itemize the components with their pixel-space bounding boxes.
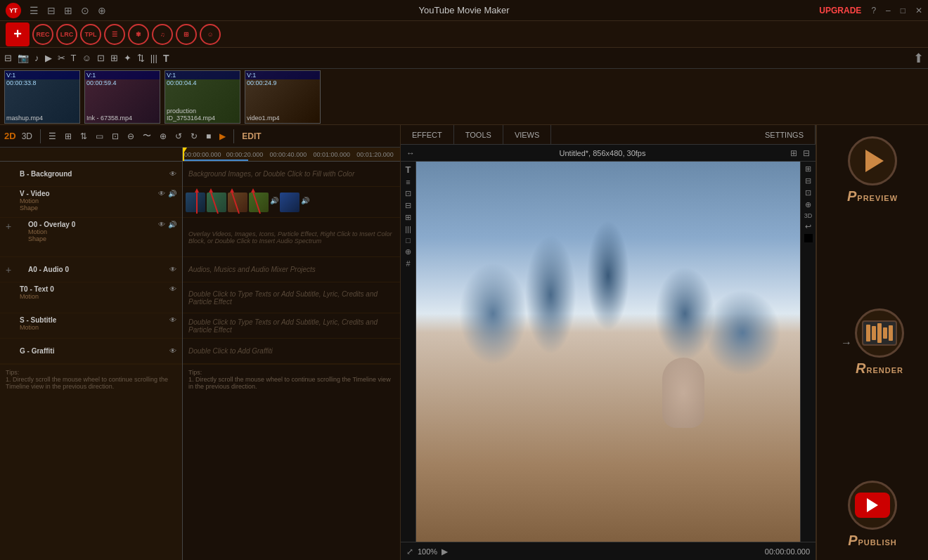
media-film-icon[interactable]: ▶ [45, 53, 52, 63]
preview-grid-icon[interactable]: ⊞ [790, 148, 797, 158]
tl-redo-icon[interactable]: ↻ [188, 130, 200, 143]
track-content-background[interactable]: Background Images, or Double Click to Fi… [183, 162, 400, 187]
media-clip-2[interactable]: V:1 00:00:59.4 Ink - 67358.mp4 [84, 70, 160, 124]
tl-play-icon[interactable]: ▶ [217, 130, 228, 143]
media-cut-icon[interactable]: ✂ [58, 53, 65, 63]
right-tool-arrow[interactable]: ↩ [805, 222, 811, 231]
mode-2d[interactable]: 2D [4, 131, 16, 141]
tl-cut-icon[interactable]: ⊡ [109, 130, 122, 143]
video-clip-2[interactable] [207, 193, 226, 212]
right-tool-3d[interactable]: 3D [804, 212, 813, 219]
media-bar-icon[interactable]: ⊡ [97, 53, 105, 63]
track-content-subtitle[interactable]: Double Click to Type Texts or Add Subtit… [183, 313, 400, 339]
track-add-audio[interactable]: + [6, 264, 17, 275]
audio-button[interactable]: ♫ [152, 24, 173, 45]
track-eye-audio[interactable]: 👁 [169, 266, 176, 273]
mode-3d[interactable]: 3D [19, 130, 35, 143]
text-tool-expand[interactable]: ⊞ [405, 213, 411, 222]
tl-grid-icon[interactable]: ⊞ [62, 130, 75, 143]
media-clip-1[interactable]: V:1 00:00:33.8 mashup.mp4 [4, 70, 80, 124]
track-eye-subtitle[interactable]: 👁 [169, 316, 176, 324]
preview-button-circle[interactable] [848, 136, 897, 185]
media-clip-3[interactable]: V:1 00:00:04.4 production ID_3753164.mp4 [165, 70, 240, 124]
track-eye-background[interactable]: 👁 [169, 170, 176, 178]
preview-crop-icon[interactable]: ⊟ [803, 148, 810, 158]
text-tool-T[interactable]: T [406, 164, 411, 175]
save-icon[interactable]: ☰ [30, 5, 39, 16]
track-eye-video[interactable]: 👁 [158, 190, 165, 197]
text-tool-box[interactable]: □ [406, 236, 411, 245]
track-add-overlay[interactable]: + [6, 221, 17, 232]
tpl-button[interactable]: TPL [80, 24, 101, 45]
tl-track-icon[interactable]: ▭ [93, 130, 106, 143]
media-music-icon[interactable]: ♪ [34, 53, 39, 63]
tl-list-icon[interactable]: ☰ [46, 130, 59, 143]
tl-undo-icon[interactable]: ↺ [172, 130, 185, 143]
media-grid-icon[interactable]: ⊞ [110, 53, 118, 63]
track-content-graffiti[interactable]: Double Click to Add Graffiti [183, 339, 400, 364]
zoom-expand-icon[interactable]: ⤢ [406, 547, 413, 556]
split-icon[interactable]: ⊞ [64, 5, 72, 16]
track-content-audio[interactable]: Audios, Musics and Audio Mixer Projects [183, 257, 400, 282]
right-tool-2[interactable]: ⊟ [805, 176, 811, 185]
text-button[interactable]: ⊞ [176, 24, 197, 45]
restore-button[interactable]: □ [901, 6, 906, 15]
minimize-button[interactable]: – [886, 6, 891, 15]
media-view-icon[interactable]: ⊟ [4, 53, 12, 63]
media-text-icon[interactable]: T [71, 53, 77, 63]
text-tool-align[interactable]: ≡ [406, 178, 410, 186]
track-eye-graffiti[interactable]: 👁 [169, 347, 176, 355]
media-clip-4[interactable]: V:1 00:00:24.9 video1.mp4 [245, 70, 321, 124]
right-tool-1[interactable]: ⊞ [805, 164, 811, 174]
text-tool-grid[interactable]: ⊕ [405, 247, 411, 256]
render-action[interactable]: RRENDER [855, 308, 904, 377]
preview-action[interactable]: PPREVIEW [847, 136, 898, 204]
publish-action[interactable]: PPUBLISH [848, 481, 897, 549]
track-content-text[interactable]: Double Click to Type Texts or Add Subtit… [183, 282, 400, 313]
media-star-icon[interactable]: ✦ [124, 53, 131, 63]
close-button[interactable]: ✕ [915, 6, 922, 15]
tab-settings[interactable]: SETTINGS [754, 125, 816, 144]
text-tool-crop[interactable]: ⊟ [405, 201, 411, 210]
help-button[interactable]: ? [871, 6, 876, 15]
track-speaker-overlay[interactable]: 🔊 [168, 221, 176, 228]
track-eye-overlay[interactable]: 👁 [158, 221, 165, 228]
track-eye-text[interactable]: 👁 [169, 285, 176, 293]
tl-sort-icon[interactable]: ⇅ [77, 130, 90, 143]
tab-effect[interactable]: EFFECT [401, 125, 454, 144]
tl-minus-icon[interactable]: ⊖ [124, 130, 137, 143]
tl-plus-icon[interactable]: ⊕ [157, 130, 169, 143]
tl-wave-icon[interactable]: 〜 [140, 129, 154, 143]
media-chart-icon[interactable]: ||| [150, 53, 157, 63]
video-clip-1[interactable] [186, 193, 205, 212]
text-tool-center[interactable]: ⊡ [405, 189, 411, 198]
menu-icon[interactable]: ⊟ [47, 5, 56, 16]
play-icon[interactable]: ▶ [442, 547, 448, 556]
publish-button-circle[interactable] [848, 481, 897, 530]
text-tool-bar[interactable]: ||| [405, 225, 411, 233]
video-clip-5[interactable] [280, 193, 299, 212]
media-arrow-icon[interactable]: ⇅ [137, 53, 145, 63]
rec-button[interactable]: REC [32, 24, 53, 45]
track-speaker-video[interactable]: 🔊 [168, 190, 176, 197]
lrc-button[interactable]: LRC [56, 24, 77, 45]
track-content-video[interactable]: 🔊 🔊 [183, 187, 400, 218]
upgrade-button[interactable]: UPGRADE [819, 6, 861, 15]
edit-tab[interactable]: EDIT [239, 130, 264, 143]
right-tool-3[interactable]: ⊡ [805, 188, 811, 197]
text-tool-hash[interactable]: # [406, 259, 410, 268]
list-button[interactable]: ☰ [104, 24, 125, 45]
media-photo-icon[interactable]: 📷 [18, 53, 29, 63]
search-icon[interactable]: ⊙ [81, 5, 89, 16]
fx-button[interactable]: ✾ [128, 24, 149, 45]
tab-tools[interactable]: TOOLS [454, 125, 503, 144]
add-button[interactable]: + [6, 22, 30, 46]
media-upload-button[interactable]: ⬆ [913, 51, 924, 66]
tab-views[interactable]: VIEWS [503, 125, 551, 144]
media-type-icon[interactable]: T [163, 53, 169, 64]
video-clip-4[interactable] [249, 193, 269, 212]
track-content-overlay[interactable]: Overlay Videos, Images, Icons, Particle … [183, 218, 400, 257]
settings-icon[interactable]: ⊕ [98, 5, 106, 16]
right-tool-4[interactable]: ⊕ [805, 200, 811, 209]
video-clip-3[interactable] [228, 193, 247, 212]
